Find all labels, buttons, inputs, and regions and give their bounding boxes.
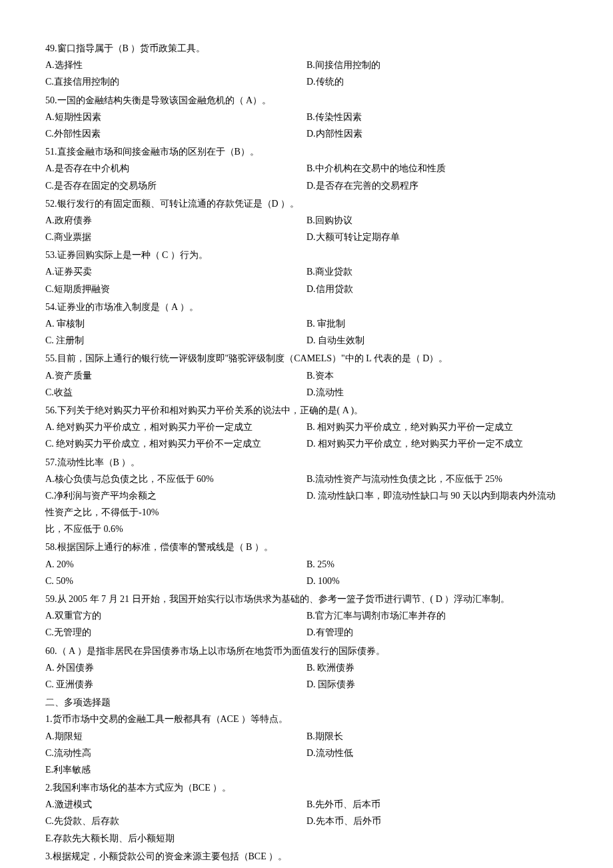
q60-opt-c: C. 亚洲债券 [45, 676, 306, 693]
q57-tail2: 比，不应低于 0.6% [45, 521, 568, 537]
q58-opt-b: B. 25% [306, 556, 568, 573]
q57-opt-c: C.净利润与资产平均余额之 [45, 487, 306, 504]
q56-opt-b: B. 相对购买力平价成立，绝对购买力平价一定成立 [306, 419, 568, 435]
q53-stem: 53.证券回购实际上是一种（ C ）行为。 [45, 247, 568, 263]
q55-opt-b: B.资本 [306, 367, 568, 384]
q49-stem: 49.窗口指导属于（B ）货币政策工具。 [45, 40, 568, 57]
q59-opt-d: D.有管理的 [306, 624, 568, 641]
q53-opt-c: C.短期质押融资 [45, 281, 306, 297]
q59-stem: 59.从 2005 年 7 月 21 日开始，我国开始实行以市场供求为基础的、参… [45, 591, 568, 607]
q49-opt-c: C.直接信用控制的 [45, 73, 306, 90]
m1-stem: 1.货币市场中交易的金融工具一般都具有（ACE ）等特点。 [45, 711, 568, 727]
q56-opt-a: A. 绝对购买力平价成立，相对购买力平价一定成立 [45, 419, 306, 435]
q51-opt-c: C.是否存在固定的交易场所 [45, 177, 306, 194]
q51-stem: 51.直接金融市场和间接金融市场的区别在于（B）。 [45, 143, 568, 160]
m3-opt-b: B.股东缴纳的资本金 [306, 865, 568, 868]
q58-opt-a: A. 20% [45, 556, 306, 573]
m1-opt-c: C.流动性高 [45, 745, 306, 761]
q54-opt-d: D. 自动生效制 [306, 332, 568, 349]
q57-opt-b: B.流动性资产与流动性负债之比，不应低于 25% [306, 471, 568, 487]
q59-opt-c: C.无管理的 [45, 624, 306, 641]
q52-opt-d: D.大额可转让定期存单 [306, 229, 568, 245]
q53-opt-b: B.商业贷款 [306, 263, 568, 280]
m1-opt-a: A.期限短 [45, 728, 306, 745]
q52-opt-c: C.商业票据 [45, 229, 306, 245]
q56-stem: 56.下列关于绝对购买力平价和相对购买力平价关系的说法中，正确的是( A )。 [45, 402, 568, 419]
q60-stem: 60.（ A ）是指非居民在异国债券市场上以市场所在地货币为面值发行的国际债券。 [45, 643, 568, 659]
q50-opt-a: A.短期性因素 [45, 109, 306, 125]
m2-stem: 2.我国利率市场化的基本方式应为（BCE ）。 [45, 779, 568, 796]
q59-opt-b: B.官方汇率与调剂市场汇率并存的 [306, 607, 568, 624]
q59-opt-a: A.双重官方的 [45, 607, 306, 624]
q60-opt-b: B. 欧洲债券 [306, 659, 568, 676]
q58-stem: 58.根据国际上通行的标准，偿债率的警戒线是（ B ）。 [45, 539, 568, 555]
q55-opt-c: C.收益 [45, 384, 306, 401]
q56-opt-c: C. 绝对购买力平价成立，相对购买力平价不一定成立 [45, 435, 306, 452]
m1-opt-d: D.流动性低 [306, 745, 568, 761]
m2-opt-d: D.先本币、后外币 [306, 813, 568, 829]
q58-opt-c: C. 50% [45, 573, 306, 589]
m1-opt-b: B.期限长 [306, 728, 568, 745]
q49-opt-d: D.传统的 [306, 73, 568, 90]
q50-opt-d: D.内部性因素 [306, 125, 568, 142]
q50-opt-c: C.外部性因素 [45, 125, 306, 142]
q57-stem: 57.流动性比率（B ）。 [45, 454, 568, 471]
q54-stem: 54.证券业的市场准入制度是（ A ）。 [45, 299, 568, 315]
q53-opt-d: D.信用贷款 [306, 281, 568, 297]
q49-opt-a: A.选择性 [45, 57, 306, 73]
q53-opt-a: A.证券买卖 [45, 263, 306, 280]
q51-opt-a: A.是否存在中介机构 [45, 160, 306, 177]
m2-opt-e: E.存款先大额长期、后小额短期 [45, 830, 568, 847]
q60-opt-d: D. 国际债券 [306, 676, 568, 693]
q50-stem: 50.一国的金融结构失衡是导致该国金融危机的（ A）。 [45, 92, 568, 109]
q56-opt-d: D. 相对购买力平价成立，绝对购买力平价一定不成立 [306, 435, 568, 452]
q55-opt-a: A.资产质量 [45, 367, 306, 384]
q57-tail1: 性资产之比，不得低于-10% [45, 504, 568, 521]
q52-opt-b: B.回购协议 [306, 212, 568, 229]
q51-opt-b: B.中介机构在交易中的地位和性质 [306, 160, 568, 177]
q54-opt-a: A. 审核制 [45, 315, 306, 332]
q54-opt-c: C. 注册制 [45, 332, 306, 349]
m3-opt-a: A.吸收储蓄存款 [45, 865, 306, 868]
m1-opt-e: E.利率敏感 [45, 761, 568, 778]
q55-opt-d: D.流动性 [306, 384, 568, 401]
m2-opt-c: C.先贷款、后存款 [45, 813, 306, 829]
q52-stem: 52.银行发行的有固定面额、可转让流通的存款凭证是（D ）。 [45, 195, 568, 212]
m3-stem: 3.根据规定，小额贷款公司的资金来源主要包括（BCE ）。 [45, 848, 568, 865]
q57-opt-d: D. 流动性缺口率，即流动性缺口与 90 天以内到期表内外流动 [306, 487, 568, 504]
m2-opt-b: B.先外币、后本币 [306, 796, 568, 813]
q52-opt-a: A.政府债券 [45, 212, 306, 229]
q51-opt-d: D.是否存在完善的交易程序 [306, 177, 568, 194]
section2-title: 二、多项选择题 [45, 694, 568, 711]
q50-opt-b: B.传染性因素 [306, 109, 568, 125]
q54-opt-b: B. 审批制 [306, 315, 568, 332]
q55-stem: 55.目前，国际上通行的银行统一评级制度即"骆驼评级制度（CAMELS）"中的 … [45, 350, 568, 367]
m2-opt-a: A.激进模式 [45, 796, 306, 813]
q60-opt-a: A. 外国债券 [45, 659, 306, 676]
q57-opt-a: A.核心负债与总负债之比，不应低于 60% [45, 471, 306, 487]
q58-opt-d: D. 100% [306, 573, 568, 589]
q49-opt-b: B.间接信用控制的 [306, 57, 568, 73]
